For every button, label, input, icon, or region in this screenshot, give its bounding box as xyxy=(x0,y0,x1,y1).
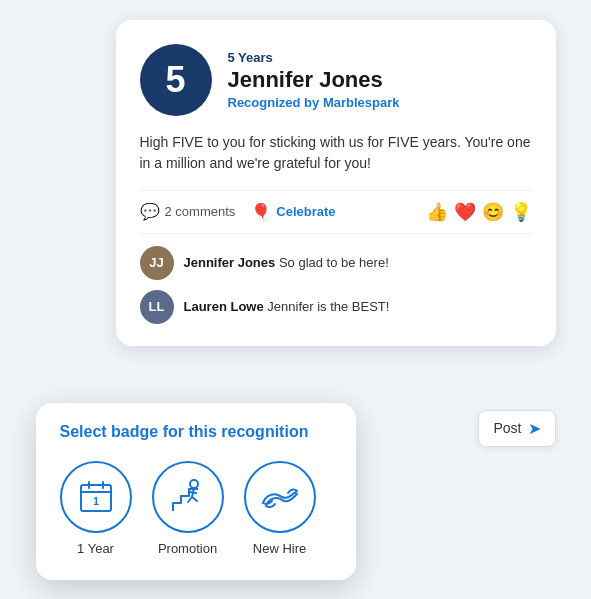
badge-circle-promotion xyxy=(152,461,224,533)
svg-text:1: 1 xyxy=(92,495,98,507)
newhire-icon xyxy=(260,477,300,517)
thumbs-up-icon[interactable]: 👍 xyxy=(426,201,448,223)
badge-label-newhire: New Hire xyxy=(253,541,306,556)
comments-count: 2 comments xyxy=(165,204,236,219)
badge-options: 1 1 Year xyxy=(60,461,332,556)
badge-circle-1year: 1 xyxy=(60,461,132,533)
post-area: Post ➤ xyxy=(478,410,555,447)
comments-link[interactable]: 💬 2 comments xyxy=(140,202,236,221)
promotion-icon xyxy=(168,477,208,517)
bulb-icon[interactable]: 💡 xyxy=(510,201,532,223)
badge-item-newhire[interactable]: New Hire xyxy=(244,461,316,556)
post-button[interactable]: Post ➤ xyxy=(478,410,555,447)
years-avatar: 5 xyxy=(140,44,212,116)
svg-point-5 xyxy=(190,480,198,488)
comment-row: LL Lauren Lowe Jennifer is the BEST! xyxy=(140,290,532,324)
person-name: Jennifer Jones xyxy=(228,67,400,93)
years-number: 5 xyxy=(165,59,185,101)
smile-icon[interactable]: 😊 xyxy=(482,201,504,223)
avatar-jennifer: JJ xyxy=(140,246,174,280)
comment-row: JJ Jennifer Jones So glad to be here! xyxy=(140,246,532,280)
celebrate-label: Celebrate xyxy=(276,204,335,219)
badge-item-promotion[interactable]: Promotion xyxy=(152,461,224,556)
years-label: 5 Years xyxy=(228,50,400,65)
badge-selection-card: Select badge for this recognition 1 1 Ye… xyxy=(36,403,356,580)
heart-icon[interactable]: ❤️ xyxy=(454,201,476,223)
company-name: Marblespark xyxy=(323,95,400,110)
badge-card-title: Select badge for this recognition xyxy=(60,423,332,441)
recognition-message: High FIVE to you for sticking with us fo… xyxy=(140,132,532,174)
badge-item-1year[interactable]: 1 1 Year xyxy=(60,461,132,556)
avatar-lauren: LL xyxy=(140,290,174,324)
post-label: Post xyxy=(493,420,521,436)
comment-jennifer: Jennifer Jones So glad to be here! xyxy=(184,255,389,270)
card-header: 5 5 Years Jennifer Jones Recognized by M… xyxy=(140,44,532,116)
recognized-by: Recognized by Marblespark xyxy=(228,95,400,110)
header-info: 5 Years Jennifer Jones Recognized by Mar… xyxy=(228,50,400,110)
send-icon: ➤ xyxy=(528,419,541,438)
celebrate-button[interactable]: 🎈 Celebrate xyxy=(251,202,335,221)
recognition-card: 5 5 Years Jennifer Jones Recognized by M… xyxy=(116,20,556,346)
1year-icon: 1 xyxy=(76,477,116,517)
comments-section: JJ Jennifer Jones So glad to be here! LL… xyxy=(140,234,532,346)
badge-circle-newhire xyxy=(244,461,316,533)
reaction-icons: 👍 ❤️ 😊 💡 xyxy=(426,201,532,223)
svg-line-8 xyxy=(192,497,197,501)
badge-label-promotion: Promotion xyxy=(158,541,217,556)
badge-label-1year: 1 Year xyxy=(77,541,114,556)
celebrate-icon: 🎈 xyxy=(251,202,271,221)
comment-bubble-icon: 💬 xyxy=(140,202,160,221)
comment-lauren: Lauren Lowe Jennifer is the BEST! xyxy=(184,299,390,314)
svg-line-9 xyxy=(190,492,196,493)
actions-row: 💬 2 comments 🎈 Celebrate 👍 ❤️ 😊 💡 xyxy=(140,190,532,234)
